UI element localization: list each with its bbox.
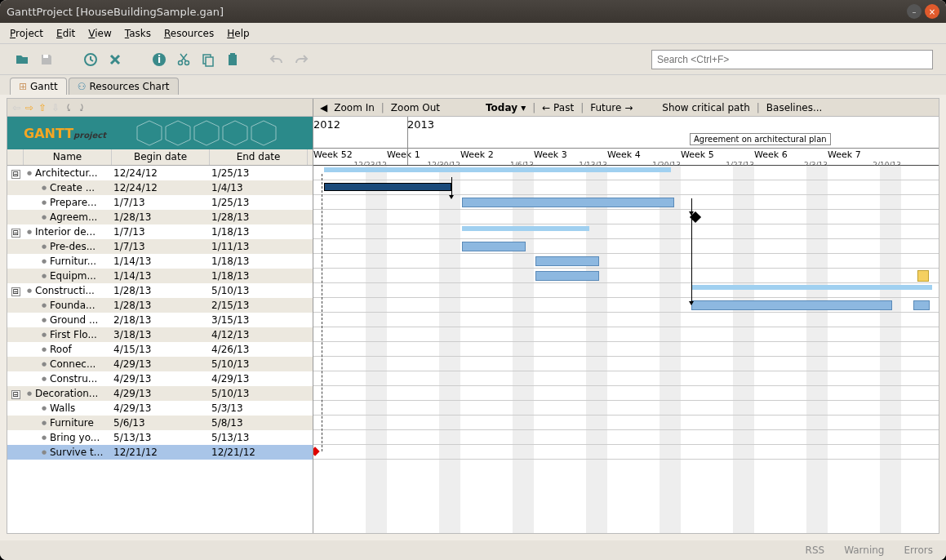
week-label: Week 6 (754, 149, 788, 160)
gantt-row (313, 357, 939, 371)
task-begin: 5/6/13 (112, 417, 210, 429)
task-name: Constructi... (35, 285, 107, 296)
cut-icon[interactable] (175, 51, 193, 69)
task-name: Roof (50, 344, 107, 355)
task-row[interactable]: ●Create ...12/24/121/4/13 (7, 180, 313, 195)
gantt-bar[interactable] (913, 300, 930, 310)
gantt-row (313, 416, 939, 430)
gantt-row (313, 239, 939, 254)
col-begin[interactable]: Begin date (112, 149, 210, 165)
gantt-bar[interactable] (324, 183, 451, 191)
task-row[interactable]: ⊟●Constructi...1/28/135/10/13 (7, 283, 313, 298)
menu-project[interactable]: Project (10, 28, 43, 39)
statusbar: RSS Warning Errors (0, 540, 946, 560)
task-row[interactable]: ⊟●Interior de...1/7/131/18/13 (7, 224, 313, 239)
gantt-bar[interactable] (462, 226, 589, 231)
future-button[interactable]: Future → (590, 102, 633, 113)
menu-edit[interactable]: Edit (56, 28, 75, 39)
info-icon[interactable]: i (150, 51, 168, 69)
task-row[interactable]: ●Furniture5/6/135/8/13 (7, 416, 313, 430)
menu-view[interactable]: View (88, 28, 111, 39)
status-errors[interactable]: Errors (904, 544, 933, 556)
nav-up-icon[interactable]: ⇧ (38, 102, 47, 113)
task-row[interactable]: ●Connec...4/29/135/10/13 (7, 357, 313, 371)
nav-forward-icon[interactable]: ⇨ (25, 102, 33, 113)
gantt-bar[interactable] (535, 271, 599, 281)
task-begin: 4/29/13 (112, 358, 210, 370)
redo-icon[interactable] (292, 51, 310, 69)
expander-icon[interactable]: ⊟ (11, 390, 20, 399)
zoom-in-button[interactable]: Zoom In (334, 102, 375, 113)
gantt-bar[interactable] (691, 300, 892, 310)
collapse-icon[interactable]: ◀ (320, 102, 327, 113)
task-row[interactable]: ●Furnitur...1/14/131/18/13 (7, 254, 313, 269)
year-label: 2013 (407, 118, 434, 131)
copy-icon[interactable] (199, 51, 217, 69)
expander-icon[interactable]: ⊟ (11, 170, 20, 179)
task-tree[interactable]: ⊟●Architectur...12/24/121/25/13●Create .… (7, 166, 313, 533)
gantt-row (313, 401, 939, 416)
status-warning[interactable]: Warning (844, 544, 884, 556)
task-row[interactable]: ●Constru...4/29/134/29/13 (7, 371, 313, 386)
gantt-bar[interactable] (462, 242, 526, 251)
gantt-bar[interactable] (462, 198, 674, 207)
task-end: 1/18/13 (210, 226, 308, 238)
delete-icon[interactable] (106, 51, 124, 69)
today-button[interactable]: Today ▾ (486, 102, 526, 113)
menu-resources[interactable]: Resources (164, 28, 214, 39)
gantt-bar[interactable] (324, 167, 671, 172)
task-name: Constru... (50, 373, 107, 384)
task-row[interactable]: ●Pre-des...1/7/131/11/13 (7, 239, 313, 254)
zoom-out-button[interactable]: Zoom Out (391, 102, 440, 113)
gantt-bar[interactable] (691, 285, 932, 290)
critical-path-button[interactable]: Show critical path (662, 102, 749, 113)
expander-icon[interactable]: ⊟ (11, 229, 20, 238)
nav-down-icon[interactable]: ⇩ (51, 102, 60, 113)
week-label: Week 4 (607, 149, 641, 160)
paste-icon[interactable] (224, 51, 242, 69)
search-input[interactable] (651, 50, 933, 69)
task-row[interactable]: ●Agreem...1/28/131/28/13 (7, 210, 313, 224)
open-icon[interactable] (13, 51, 31, 69)
gantt-bar[interactable] (535, 256, 599, 266)
undo-icon[interactable] (268, 51, 286, 69)
gantt-row (313, 342, 939, 357)
task-name: Furnitur... (50, 256, 107, 267)
task-row[interactable]: ●First Flo...3/18/134/12/13 (7, 327, 313, 342)
timeline-header[interactable]: Agreement on architectural plan 20122013… (313, 117, 939, 166)
task-row[interactable]: ●Bring yo...5/13/135/13/13 (7, 430, 313, 445)
task-row[interactable]: ●Survive the...12/21/1212/21/12 (7, 445, 313, 460)
task-begin: 2/18/13 (112, 314, 210, 326)
status-rss[interactable]: RSS (806, 544, 825, 556)
col-end[interactable]: End date (210, 149, 308, 165)
task-row[interactable]: ●Walls4/29/135/3/13 (7, 401, 313, 416)
menu-tasks[interactable]: Tasks (125, 28, 151, 39)
task-row[interactable]: ●Roof4/15/134/26/13 (7, 342, 313, 357)
window-title: GanttProject [HouseBuildingSample.gan] (7, 6, 907, 18)
indent-icon[interactable]: ⤹ (64, 102, 73, 113)
close-button[interactable]: × (925, 4, 939, 19)
menu-help[interactable]: Help (227, 28, 249, 39)
past-button[interactable]: ← Past (542, 102, 574, 113)
svg-rect-7 (206, 57, 213, 66)
task-row[interactable]: ●Ground ...2/18/133/15/13 (7, 313, 313, 327)
task-row[interactable]: ●Founda...1/28/132/15/13 (7, 298, 313, 313)
bullet-icon: ● (38, 405, 50, 411)
task-row[interactable]: ⊟●Architectur...12/24/121/25/13 (7, 166, 313, 180)
tab-resources-chart[interactable]: ⚇Resources Chart (69, 78, 179, 95)
save-icon[interactable] (38, 51, 56, 69)
nav-back-icon[interactable]: ⇦ (12, 102, 20, 113)
task-row[interactable]: ●Prepare...1/7/131/25/13 (7, 195, 313, 210)
expander-icon[interactable]: ⊟ (11, 287, 20, 296)
minimize-button[interactable]: – (907, 4, 922, 19)
clock-icon[interactable] (82, 51, 100, 69)
task-row[interactable]: ●Equipm...1/14/131/18/13 (7, 269, 313, 283)
tab-gantt[interactable]: ⊞Gantt (10, 78, 67, 95)
task-row[interactable]: ⊟●Decoration...4/29/135/10/13 (7, 386, 313, 401)
outdent-icon[interactable]: ⤸ (78, 102, 86, 113)
note-icon[interactable] (917, 270, 929, 282)
col-name[interactable]: Name (24, 149, 112, 165)
baselines-button[interactable]: Baselines... (766, 102, 823, 113)
gantt-row (313, 254, 939, 269)
gantt-chart[interactable] (313, 166, 939, 533)
